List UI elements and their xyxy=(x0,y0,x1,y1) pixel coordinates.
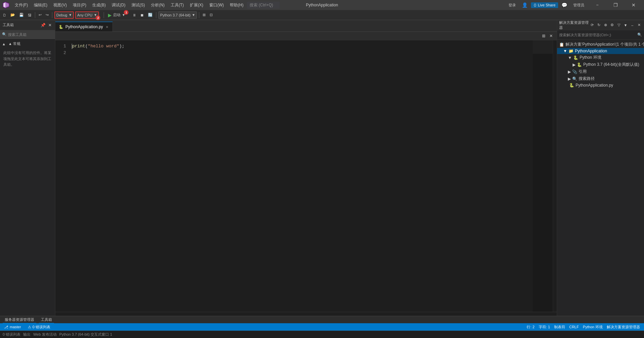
sol-filter-btn[interactable]: ▽ xyxy=(616,22,622,28)
editor-tab-python[interactable]: 🐍 PythonApplication.py ✕ xyxy=(55,21,113,32)
menu-tools[interactable]: 工具(T) xyxy=(168,2,186,9)
minimize-btn[interactable]: － xyxy=(590,0,605,10)
stop-btn[interactable]: ⏹ xyxy=(139,11,145,19)
sol-pin-btn[interactable]: – xyxy=(629,22,635,28)
sol-close-btn[interactable]: ✕ xyxy=(636,22,642,28)
tab-file-icon: 🐍 xyxy=(59,25,63,29)
redo-btn[interactable]: ↪ xyxy=(44,11,50,19)
horizontal-scrollbar[interactable] xyxy=(55,312,557,316)
toolbox-pin[interactable]: 📌 xyxy=(40,22,46,28)
tab-bar: 🐍 PythonApplication.py ✕ xyxy=(55,20,557,32)
toolbox-search-input[interactable] xyxy=(8,33,54,37)
python37-node[interactable]: ▶ 🐍 Python 3.7 (64-bit)(全局默认值) xyxy=(557,61,644,68)
split-down-btn[interactable]: ⊞ xyxy=(541,33,547,39)
output-label-output[interactable]: 输出 xyxy=(23,332,31,337)
status-python-env[interactable]: Python 环境 xyxy=(582,325,604,330)
menu-bar: 文件(F) 编辑(E) 视图(V) 项目(P) 生成(B) 调试(D) 测试(S… xyxy=(12,2,506,9)
output-label-python[interactable]: Python 3.7 (64-bit) 交互式窗口 1 xyxy=(59,332,112,337)
tab-close-btn[interactable]: ✕ xyxy=(105,25,109,29)
tab-name: PythonApplication.py xyxy=(65,25,103,29)
menu-debug[interactable]: 调试(D) xyxy=(109,2,128,9)
menu-extensions[interactable]: 扩展(X) xyxy=(187,2,206,9)
menu-edit[interactable]: 编辑(E) xyxy=(31,2,50,9)
line-num-1: 1 xyxy=(63,43,66,50)
menu-test[interactable]: 测试(S) xyxy=(129,2,148,9)
restart-btn[interactable]: 🔄 xyxy=(147,11,154,19)
search-box[interactable]: 搜索 (Ctrl+Q) xyxy=(247,2,280,9)
menu-analyze[interactable]: 分析(N) xyxy=(148,2,167,9)
maximize-btn[interactable]: ❐ xyxy=(608,0,623,10)
env-label: Python 环境 xyxy=(580,55,601,60)
open-btn[interactable]: 📂 xyxy=(9,11,16,19)
ref-expand-icon: ▶ xyxy=(568,69,571,74)
menu-file[interactable]: 文件(F) xyxy=(12,2,31,9)
feedback-icon[interactable]: 💬 xyxy=(561,2,568,8)
debug-dropdown[interactable]: Debug ▼ xyxy=(54,11,74,19)
save-all-btn[interactable]: 🖫 xyxy=(26,11,33,19)
main-area: 工具箱 📌 ✕ 🔍 ✕ ▲ ▲ 常规 此组中没有可用的控件。将某项拖至此文本可将… xyxy=(0,20,644,316)
output-label-web[interactable]: Web 发布活动 xyxy=(33,332,56,337)
menu-help[interactable]: 帮助(H) xyxy=(227,2,246,9)
python-file-node[interactable]: 🐍 PythonApplication.py xyxy=(557,82,644,88)
grid-btn[interactable]: ⊞ xyxy=(201,11,207,19)
search-path-node[interactable]: ▶ 🔍 搜索路径 xyxy=(557,75,644,82)
menu-build[interactable]: 生成(B) xyxy=(90,2,108,9)
save-btn[interactable]: 💾 xyxy=(18,11,25,19)
line-numbers: 1 2 xyxy=(55,40,69,312)
status-solution[interactable]: 解决方案资源管理器 xyxy=(605,325,641,330)
solution-search-bar: 🔍 xyxy=(557,30,644,40)
code-editor[interactable]: print("hello word"); xyxy=(69,40,533,312)
new-btn[interactable]: 🗋 xyxy=(1,11,8,19)
start-badge: 1 xyxy=(124,10,128,15)
status-errors[interactable]: ⚠ 0 错误列表 xyxy=(26,325,52,330)
path-label: 搜索路径 xyxy=(579,76,595,82)
output-label-errors[interactable]: 0 错误列表 xyxy=(3,332,20,337)
tab-toolbox[interactable]: 工具箱 xyxy=(39,317,54,323)
references-node[interactable]: ▶ 📎 引用 xyxy=(557,68,644,75)
close-btn[interactable]: ✕ xyxy=(626,0,641,10)
status-line[interactable]: 行: 2 xyxy=(525,325,536,330)
menu-window[interactable]: 窗口(W) xyxy=(207,2,226,9)
login-btn[interactable]: 登录 xyxy=(506,2,519,8)
solution-root[interactable]: 📋 解决方案'PythonApplication'(1 个项目/共 1 个) xyxy=(557,41,644,48)
ref-label: 引用 xyxy=(579,69,587,75)
right-panel: 解决方案资源管理器 ⟳ ↻ ⊕ ⚙ ▽ ▼ – ✕ 🔍 📋 解决方案'Pytho… xyxy=(557,20,644,316)
sol-new-btn[interactable]: ⊕ xyxy=(602,22,608,28)
manage-btn[interactable]: 管理员 xyxy=(571,2,587,8)
section-collapse-icon: ▲ xyxy=(2,42,6,46)
project-node[interactable]: ▼ 📁 PythonApplication xyxy=(557,48,644,54)
python-dropdown[interactable]: Python 3.7 (64-bit) ▼ xyxy=(158,11,197,19)
cpu-dropdown[interactable]: Any CPU ▼ 2 xyxy=(75,11,99,19)
live-share-btn[interactable]: ⟨⟩ Live Share xyxy=(531,2,558,8)
user-icon[interactable]: 👤 xyxy=(521,2,528,8)
project-label: PythonApplication xyxy=(575,49,607,53)
status-encoding[interactable]: CRLF xyxy=(568,325,580,329)
code-line-1: print("hello word"); xyxy=(71,43,530,50)
solution-search-input[interactable] xyxy=(559,33,636,37)
python-env-node[interactable]: ▼ 🐍 Python 环境 xyxy=(557,54,644,61)
live-share-label: Live Share xyxy=(538,3,555,7)
sol-settings-btn[interactable]: ⚙ xyxy=(609,22,615,28)
toolbox-section-header[interactable]: ▲ ▲ 常规 xyxy=(0,40,55,47)
status-char[interactable]: 字符: 1 xyxy=(537,325,551,330)
window-btn[interactable]: ⊡ xyxy=(208,11,214,19)
sol-sync-btn[interactable]: ⟳ xyxy=(589,22,595,28)
pause-btn[interactable]: ⏸ xyxy=(131,11,138,19)
search-icon: 🔍 xyxy=(2,32,7,37)
start-btn[interactable]: ▶ 启动 ▼ 1 xyxy=(106,11,127,19)
scroll-track[interactable] xyxy=(553,40,557,312)
env-expand-icon: ▼ xyxy=(568,55,572,60)
vs-logo xyxy=(3,2,9,8)
status-git[interactable]: ⎇ master xyxy=(3,325,22,329)
line-num-2: 2 xyxy=(63,50,66,56)
sol-refresh-btn[interactable]: ↻ xyxy=(596,22,602,28)
menu-project[interactable]: 项目(P) xyxy=(70,2,89,9)
sol-chevron-down[interactable]: ▼ xyxy=(623,22,629,28)
status-delim[interactable]: 制表符 xyxy=(553,325,567,330)
menu-view[interactable]: 视图(V) xyxy=(51,2,69,9)
close-editor-btn[interactable]: ✕ xyxy=(548,33,554,39)
file-icon: 🐍 xyxy=(569,83,574,88)
undo-btn[interactable]: ↩ xyxy=(37,11,43,19)
tab-server-explorer[interactable]: 服务器资源管理器 xyxy=(3,317,36,323)
toolbox-close[interactable]: ✕ xyxy=(48,22,52,28)
